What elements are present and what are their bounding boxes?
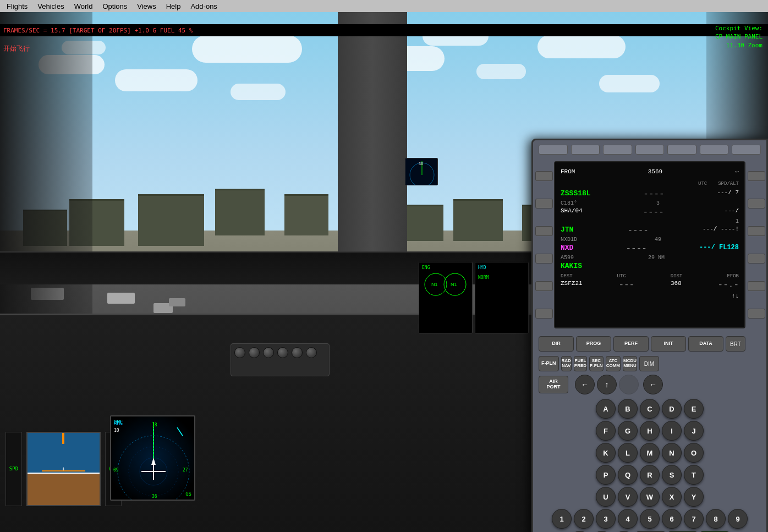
ecam-lower: HYD NORM xyxy=(475,262,529,333)
lsk-r4[interactable] xyxy=(748,254,765,264)
key-9[interactable]: 9 xyxy=(728,509,748,529)
key-T[interactable]: T xyxy=(684,465,704,485)
mcdu-val-3b: 49 xyxy=(655,237,661,243)
mcdu-top-btn-5[interactable] xyxy=(667,145,696,155)
init-btn[interactable]: INIT xyxy=(651,336,686,352)
perf-btn[interactable]: PERF xyxy=(613,336,649,352)
efis-knob-2[interactable] xyxy=(249,347,260,358)
key-4[interactable]: 4 xyxy=(618,509,638,529)
arrow-left-btn[interactable]: ← xyxy=(575,375,595,394)
key-2[interactable]: 2 xyxy=(574,509,594,529)
lsk-l3[interactable] xyxy=(535,226,553,236)
key-V[interactable]: V xyxy=(618,487,638,507)
svg-text:N1: N1 xyxy=(431,282,438,287)
key-F[interactable]: F xyxy=(596,421,616,441)
key-M[interactable]: M xyxy=(640,443,660,463)
lsk-r5[interactable] xyxy=(748,281,765,291)
lsk-r2[interactable] xyxy=(748,199,765,209)
key-3[interactable]: 3 xyxy=(596,509,616,529)
mcdu-top-btn-6[interactable] xyxy=(700,145,729,155)
menu-options[interactable]: Options xyxy=(98,1,131,12)
menu-world[interactable]: World xyxy=(70,1,97,12)
efis-knob-4[interactable] xyxy=(277,347,288,358)
mcdumenu-btn[interactable]: MCDUMENU xyxy=(623,356,637,371)
key-J[interactable]: J xyxy=(684,421,704,441)
mcdu-top-btn-1[interactable] xyxy=(539,145,568,155)
mcdu-val-1b: 3 xyxy=(656,200,660,206)
radnav-btn[interactable]: RADNAV xyxy=(561,356,572,371)
key-8[interactable]: 8 xyxy=(706,509,726,529)
prog-btn[interactable]: PROG xyxy=(576,336,611,352)
arrow-right-btn[interactable] xyxy=(619,375,639,394)
efis-knob-3[interactable] xyxy=(263,347,274,358)
fuelpred-btn[interactable]: FUELPRED xyxy=(574,356,587,371)
dir-btn[interactable]: DIR xyxy=(539,336,574,352)
key-H[interactable]: H xyxy=(640,421,660,441)
key-N[interactable]: N xyxy=(662,443,682,463)
mcdu-header-row: FROM 3569 ↔ xyxy=(561,167,739,177)
key-Q[interactable]: Q xyxy=(618,465,638,485)
mcdu-row-4: NXD ---- ---/ FL128 xyxy=(561,243,739,254)
lsk-right-column xyxy=(745,159,766,331)
hangar-row2-1 xyxy=(353,199,392,241)
small-nav-display: 36 xyxy=(405,158,438,185)
efis-knob-5[interactable] xyxy=(292,347,303,358)
brt-btn[interactable]: BRT xyxy=(726,336,745,352)
dim-btn[interactable]: DIM xyxy=(639,356,659,371)
key-I[interactable]: I xyxy=(662,421,682,441)
key-B[interactable]: B xyxy=(618,399,638,419)
key-S[interactable]: S xyxy=(662,465,682,485)
cloud xyxy=(476,64,526,79)
hangar-4 xyxy=(215,189,265,235)
menu-flights[interactable]: Flights xyxy=(2,1,32,12)
key-5[interactable]: 5 xyxy=(640,509,660,529)
key-K[interactable]: K xyxy=(596,443,616,463)
hangar-row2-3 xyxy=(453,199,503,241)
mcdu-top-btn-3[interactable] xyxy=(603,145,632,155)
key-6[interactable]: 6 xyxy=(662,509,682,529)
arrow-up-btn[interactable]: ↑ xyxy=(597,375,617,394)
mcdu-top-btn-4[interactable] xyxy=(635,145,665,155)
key-P[interactable]: P xyxy=(596,465,616,485)
lsk-l1[interactable] xyxy=(535,171,553,181)
key-X[interactable]: X xyxy=(662,487,682,507)
key-R[interactable]: R xyxy=(640,465,660,485)
vehicle-1 xyxy=(107,293,135,304)
efis-knob-6[interactable] xyxy=(306,347,317,358)
mcdu-top-btn-2[interactable] xyxy=(571,145,600,155)
key-W[interactable]: W xyxy=(640,487,660,507)
mcdu-waypoint-2: SHA/04 xyxy=(561,207,583,217)
arrow-left2-btn[interactable]: ← xyxy=(643,375,663,394)
menu-vehicles[interactable]: Vehicles xyxy=(33,1,68,12)
menu-addons[interactable]: Add-ons xyxy=(186,1,221,12)
lsk-l6[interactable] xyxy=(535,309,553,319)
key-G[interactable]: G xyxy=(618,421,638,441)
fpln-btn[interactable]: F-PLN xyxy=(539,356,559,371)
key-C[interactable]: C xyxy=(640,399,660,419)
key-Y[interactable]: Y xyxy=(684,487,704,507)
menu-views[interactable]: Views xyxy=(133,1,160,12)
data-btn[interactable]: DATA xyxy=(688,336,723,352)
lsk-l5[interactable] xyxy=(535,281,553,291)
mcdu-waypoint-1: ZSSS18L xyxy=(561,189,591,199)
key-A[interactable]: A xyxy=(596,399,616,419)
key-E[interactable]: E xyxy=(684,399,704,419)
mcdu-top-btn-7[interactable] xyxy=(732,145,761,155)
atccomm-btn[interactable]: ATCCOMM xyxy=(606,356,621,371)
lsk-r1[interactable] xyxy=(748,171,765,181)
lsk-r6[interactable] xyxy=(748,309,765,319)
key-1[interactable]: 1 xyxy=(552,509,572,529)
secfpln-btn[interactable]: SECF-PLN xyxy=(589,356,604,371)
airport-btn[interactable]: AIRPORT xyxy=(539,376,568,393)
mcdu-val-2: ---/ xyxy=(725,207,739,217)
key-O[interactable]: O xyxy=(684,443,704,463)
key-D[interactable]: D xyxy=(662,399,682,419)
lsk-r3[interactable] xyxy=(748,226,765,236)
key-U[interactable]: U xyxy=(596,487,616,507)
lsk-l4[interactable] xyxy=(535,254,553,264)
menu-help[interactable]: Help xyxy=(162,1,185,12)
key-L[interactable]: L xyxy=(618,443,638,463)
lsk-l2[interactable] xyxy=(535,199,553,209)
efis-knob-1[interactable] xyxy=(234,347,245,358)
key-7[interactable]: 7 xyxy=(684,509,704,529)
